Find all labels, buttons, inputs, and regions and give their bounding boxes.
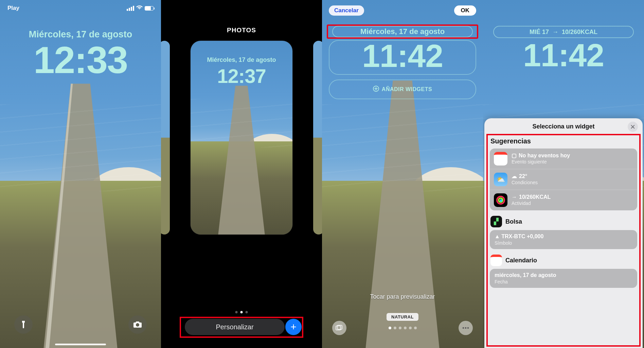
ok-button[interactable]: OK xyxy=(454,5,477,16)
filter-pager[interactable] xyxy=(389,327,417,329)
panel-lock-screen: Play Miércoles, 17 de agosto 12:33 xyxy=(0,0,161,348)
highlight-date-row xyxy=(327,24,478,39)
carrier-label: Play xyxy=(7,5,19,12)
card-date: Miércoles, 17 de agosto xyxy=(191,56,292,64)
svg-point-5 xyxy=(467,327,469,329)
close-icon: ✕ xyxy=(630,123,636,131)
wallpaper-card[interactable]: Miércoles, 17 de agosto 12:37 xyxy=(191,41,292,234)
activity-arrow-icon: → xyxy=(552,29,558,36)
wifi-icon xyxy=(136,5,143,12)
tap-to-preview[interactable]: Tocar para previsualizar xyxy=(322,293,483,300)
gallery-category: PHOTOS xyxy=(161,27,322,34)
highlight-sheet-body xyxy=(486,134,641,347)
panel-editor: Cancelar OK Miércoles, 17 de agosto 11:4… xyxy=(322,0,483,348)
battery-icon xyxy=(145,6,154,11)
photo-shuffle-button[interactable] xyxy=(332,321,346,335)
panel-gallery: PHOTOS Miércoles, 17 de agosto 12:37 Per… xyxy=(161,0,322,348)
date-short: MIÉ 17 xyxy=(530,29,549,36)
close-button[interactable]: ✕ xyxy=(628,122,638,132)
editor-time: 11:42 xyxy=(322,37,483,74)
status-bar: Play xyxy=(0,5,161,12)
activity-value: 10/260KCAL xyxy=(562,29,597,36)
lock-time: 12:33 xyxy=(0,38,161,82)
svg-point-3 xyxy=(463,327,464,329)
cancel-button[interactable]: Cancelar xyxy=(329,5,364,16)
gallery-next-peek[interactable] xyxy=(313,41,322,234)
home-indicator[interactable] xyxy=(55,344,106,345)
add-widgets-button[interactable]: AÑADIR WIDGETS xyxy=(329,80,476,99)
panel-widget-picker: MIÉ 17 → 10/260KCAL 11:42 Selecciona un … xyxy=(483,0,644,348)
date-activity-widget[interactable]: MIÉ 17 → 10/260KCAL xyxy=(493,26,634,38)
editor-time: 11:42 xyxy=(483,37,644,74)
camera-button[interactable] xyxy=(128,315,147,334)
svg-point-4 xyxy=(465,327,467,329)
signal-icon xyxy=(127,6,134,11)
flashlight-button[interactable] xyxy=(14,315,33,334)
add-widgets-label: AÑADIR WIDGETS xyxy=(382,86,432,92)
sheet-title: Selecciona un widget xyxy=(532,123,594,130)
card-time: 12:37 xyxy=(191,65,292,87)
pager-dots xyxy=(235,311,248,313)
filter-chip[interactable]: NATURAL xyxy=(387,313,418,321)
gallery-prev-peek[interactable] xyxy=(161,41,170,234)
wallpaper-path xyxy=(32,52,129,348)
more-button[interactable] xyxy=(459,321,473,335)
plus-circle-icon xyxy=(373,86,379,93)
highlight-customize xyxy=(180,317,303,338)
